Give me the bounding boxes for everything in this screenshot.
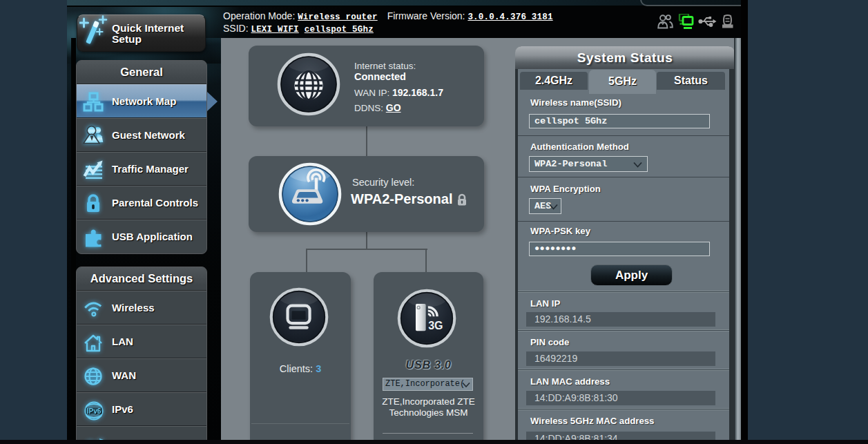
svg-text:IPv6: IPv6 (87, 407, 102, 415)
svg-text:3G: 3G (428, 320, 443, 331)
